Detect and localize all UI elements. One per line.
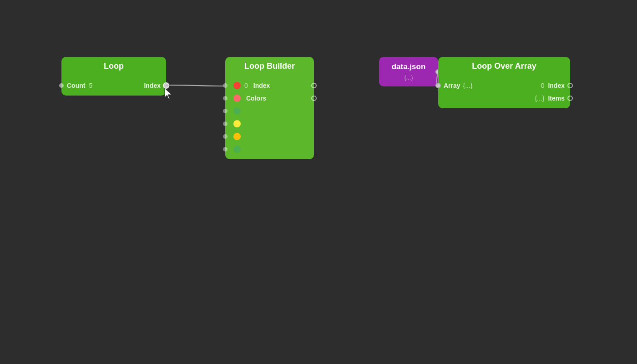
row3-left-port[interactable]: [223, 109, 228, 113]
row1-right-port[interactable]: [311, 83, 317, 88]
items-output-port[interactable]: [567, 96, 573, 101]
count-value: 5: [89, 82, 92, 89]
row1-left-port[interactable]: [223, 83, 228, 88]
row2-right-port[interactable]: [311, 96, 317, 101]
loop-over-array-title: Loop Over Array: [472, 61, 536, 71]
loop-count-row: Count 5 Index: [61, 79, 166, 92]
wire-loop-to-builder: [0, 0, 637, 364]
loop-builder-row-3: [225, 105, 314, 117]
items-label: Items: [548, 95, 565, 102]
loop-node-header: Loop: [61, 57, 166, 76]
loop-over-array-array-row: Array {...} 0 Index: [438, 79, 570, 92]
dot-coral: [233, 95, 241, 102]
loop-over-array-body: Array {...} 0 Index {...} Items: [438, 76, 570, 108]
dot-red: [233, 82, 241, 89]
loop-builder-row-1: 0 Index: [225, 79, 314, 92]
row1-value: 0: [244, 82, 248, 89]
count-label: Count: [67, 82, 85, 89]
loop-node-title: Loop: [104, 61, 124, 71]
array-input-port[interactable]: [435, 83, 441, 88]
dot-bright-green: [233, 146, 241, 153]
row2-label: Colors: [246, 95, 266, 102]
index-output-port-loa[interactable]: [567, 83, 573, 88]
array-value: {...}: [463, 82, 473, 89]
row4-left-port[interactable]: [223, 121, 228, 126]
data-json-node-inner: data.json {...}: [379, 57, 438, 86]
count-input-port[interactable]: [59, 83, 64, 88]
index-label: Index: [144, 82, 161, 89]
loop-builder-row-2: Colors: [225, 92, 314, 105]
connection-data-json: [0, 0, 637, 364]
data-json-title: data.json: [386, 62, 431, 71]
dot-amber: [233, 133, 241, 140]
array-label: Array: [444, 82, 460, 89]
loop-over-array-node: Loop Over Array Array {...} 0 Index {...…: [438, 57, 570, 108]
items-value: {...}: [535, 95, 544, 102]
index-value-out: 0: [541, 82, 545, 89]
index-label-out: Index: [548, 82, 565, 89]
loop-builder-row-6: [225, 143, 314, 156]
row1-label: Index: [253, 82, 270, 89]
loop-over-array-items-row: {...} Items: [438, 92, 570, 105]
loop-builder-body: 0 Index Colors: [225, 76, 314, 159]
loop-builder-node: Loop Builder 0 Index Colors: [225, 57, 314, 159]
loop-over-array-header: Loop Over Array: [438, 57, 570, 76]
loop-builder-row-5: [225, 130, 314, 143]
dot-yellow: [233, 120, 241, 127]
loop-builder-header: Loop Builder: [225, 57, 314, 76]
loop-node: Loop Count 5 Index: [61, 57, 166, 96]
row2-left-port[interactable]: [223, 96, 228, 101]
data-json-value: {...}: [386, 74, 431, 81]
loop-node-body: Count 5 Index: [61, 76, 166, 96]
row6-left-port[interactable]: [223, 147, 228, 152]
connections-layer: [0, 0, 637, 364]
loop-builder-row-4: [225, 117, 314, 130]
dot-green: [233, 107, 241, 115]
index-output-port[interactable]: [163, 82, 169, 89]
row5-left-port[interactable]: [223, 134, 228, 139]
loop-builder-title: Loop Builder: [244, 61, 295, 71]
data-json-node: data.json {...}: [379, 57, 438, 86]
